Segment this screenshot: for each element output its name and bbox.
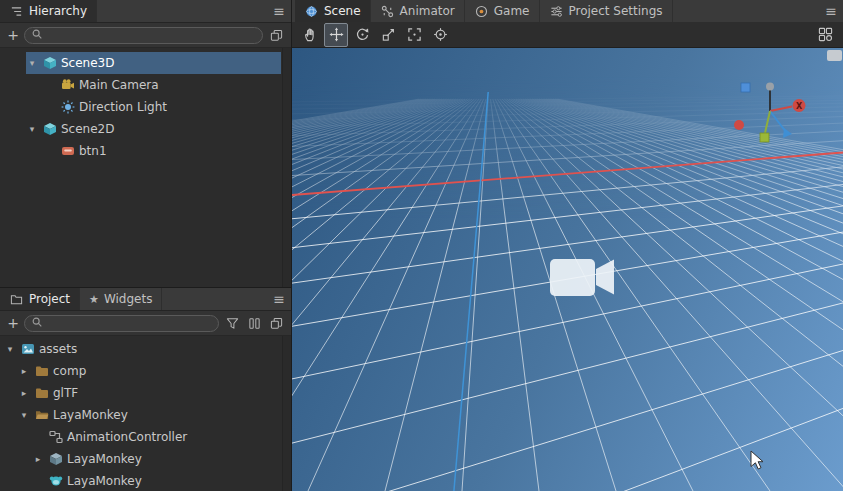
x-axis-line — [292, 153, 843, 196]
hierarchy-menu-button[interactable]: ≡ — [267, 0, 291, 22]
widgets-star-icon: ★ — [89, 293, 99, 306]
folder-icon — [34, 364, 49, 379]
caret-right-icon[interactable]: ▸ — [18, 388, 30, 398]
gizmo-red-sphere[interactable] — [734, 120, 744, 130]
gizmo-blue-cube[interactable] — [741, 83, 750, 92]
camera-icon — [60, 78, 75, 93]
assets-root-icon — [20, 342, 35, 357]
rotate-tool-button[interactable] — [350, 23, 374, 47]
gizmo-z-axis[interactable] — [770, 111, 786, 132]
pivot-icon — [433, 27, 448, 42]
tree-item-label: Scene3D — [61, 56, 114, 70]
project-search-input[interactable] — [46, 317, 212, 330]
tab-hierarchy[interactable]: Hierarchy — [0, 0, 97, 22]
collapse-all-button[interactable] — [267, 27, 285, 43]
add-node-button[interactable]: + — [6, 28, 20, 42]
light-icon — [60, 100, 75, 115]
asset-item-label: LayaMonkey — [67, 452, 142, 466]
caret-down-icon[interactable]: ▾ — [26, 58, 38, 68]
tab-widgets[interactable]: ★ Widgets — [80, 288, 162, 310]
project-tree: ▾ assets ▸ comp ▸ glTF — [0, 336, 291, 491]
split-view-button[interactable] — [245, 315, 263, 331]
camera-gizmo-icon[interactable] — [550, 259, 614, 296]
animator-icon — [380, 4, 395, 19]
caret-down-icon[interactable]: ▾ — [26, 124, 38, 134]
transform-gizmo[interactable]: X — [734, 83, 806, 143]
hierarchy-panel: Hierarchy ≡ + ▾ Scene3D — [0, 0, 291, 287]
asset-item-assets[interactable]: ▾ assets — [4, 338, 281, 360]
gizmo-z-arrow[interactable] — [783, 128, 792, 138]
scale-tool-button[interactable] — [376, 23, 400, 47]
hierarchy-tree: ▾ Scene3D Main Camera Direction Light — [0, 48, 291, 287]
tab-game[interactable]: Game — [465, 0, 540, 22]
copy-icon — [270, 317, 283, 330]
tree-item-label: Scene2D — [61, 122, 114, 136]
asset-item-gltf[interactable]: ▸ glTF — [4, 382, 281, 404]
hierarchy-search-box[interactable] — [24, 27, 263, 44]
hierarchy-icon — [9, 4, 24, 19]
monkey-prefab-icon — [48, 474, 63, 489]
viewport-corner-widget[interactable] — [827, 50, 842, 61]
hierarchy-panel-title: Hierarchy — [29, 4, 87, 18]
tree-item-scene2d[interactable]: ▾ Scene2D — [26, 118, 281, 140]
project-tab-label: Project — [29, 292, 70, 306]
main-area: Scene Animator Game Project Settings ≡ — [292, 0, 843, 491]
tree-item-direction-light[interactable]: Direction Light — [26, 96, 281, 118]
search-icon — [31, 28, 43, 43]
asset-item-comp[interactable]: ▸ comp — [4, 360, 281, 382]
animator-tab-label: Animator — [400, 4, 455, 18]
hierarchy-search-input[interactable] — [46, 29, 256, 42]
gizmo-y-handle[interactable] — [766, 83, 774, 91]
scene2d-icon — [42, 122, 57, 137]
filter-button[interactable] — [223, 315, 241, 331]
pan-tool-button[interactable] — [298, 23, 322, 47]
tree-item-label: Direction Light — [79, 100, 167, 114]
tab-project[interactable]: Project — [0, 288, 80, 310]
left-sidebar: Hierarchy ≡ + ▾ Scene3D — [0, 0, 292, 491]
add-asset-button[interactable]: + — [6, 316, 20, 330]
caret-down-icon[interactable]: ▾ — [4, 344, 16, 354]
tree-item-btn1[interactable]: btn1 — [26, 140, 281, 162]
rect-tool-button[interactable] — [402, 23, 426, 47]
asset-item-label: assets — [39, 342, 77, 356]
tab-animator[interactable]: Animator — [371, 0, 465, 22]
asset-item-label: AnimationController — [67, 430, 187, 444]
asset-item-layamonkey-model[interactable]: ▸ LayaMonkey — [4, 448, 281, 470]
folder-open-icon — [34, 408, 49, 423]
tab-scene[interactable]: Scene — [295, 0, 371, 22]
columns-icon — [248, 317, 261, 330]
caret-right-icon[interactable]: ▸ — [32, 454, 44, 464]
hierarchy-scrollbar[interactable] — [282, 48, 291, 287]
game-tab-label: Game — [494, 4, 530, 18]
asset-item-layamonkey-folder[interactable]: ▾ LayaMonkey — [4, 404, 281, 426]
viewport-layout-button[interactable] — [813, 23, 837, 47]
caret-down-icon[interactable]: ▾ — [18, 410, 30, 420]
scene-icon — [304, 4, 319, 19]
project-folder-icon — [9, 292, 24, 307]
game-icon — [474, 4, 489, 19]
project-toolbar: + — [0, 311, 291, 336]
asset-item-label: LayaMonkey — [53, 408, 128, 422]
project-scrollbar[interactable] — [282, 336, 291, 491]
scene-overlays: X — [292, 48, 843, 491]
tab-project-settings[interactable]: Project Settings — [540, 0, 673, 22]
copy-icon — [270, 29, 283, 42]
scene-viewport[interactable]: X — [292, 48, 843, 491]
gizmo-x-axis[interactable] — [770, 107, 792, 112]
project-menu-button[interactable]: ≡ — [267, 288, 291, 310]
asset-item-layamonkey-prefab[interactable]: LayaMonkey — [4, 470, 281, 491]
tree-item-label: Main Camera — [79, 78, 159, 92]
tree-item-scene3d[interactable]: ▾ Scene3D — [26, 52, 281, 74]
tree-item-main-camera[interactable]: Main Camera — [26, 74, 281, 96]
caret-right-icon[interactable]: ▸ — [18, 366, 30, 376]
collapse-all-button[interactable] — [267, 315, 285, 331]
main-tab-bar: Scene Animator Game Project Settings ≡ — [292, 0, 843, 22]
project-search-box[interactable] — [24, 315, 219, 332]
gizmo-green-axis[interactable] — [765, 111, 770, 133]
main-menu-button[interactable]: ≡ — [819, 0, 843, 22]
gizmo-settings-button[interactable] — [428, 23, 452, 47]
move-tool-button[interactable] — [324, 23, 348, 47]
gizmo-green-cube[interactable] — [760, 133, 769, 142]
frame-icon — [407, 27, 422, 42]
asset-item-animationcontroller[interactable]: AnimationController — [4, 426, 281, 448]
